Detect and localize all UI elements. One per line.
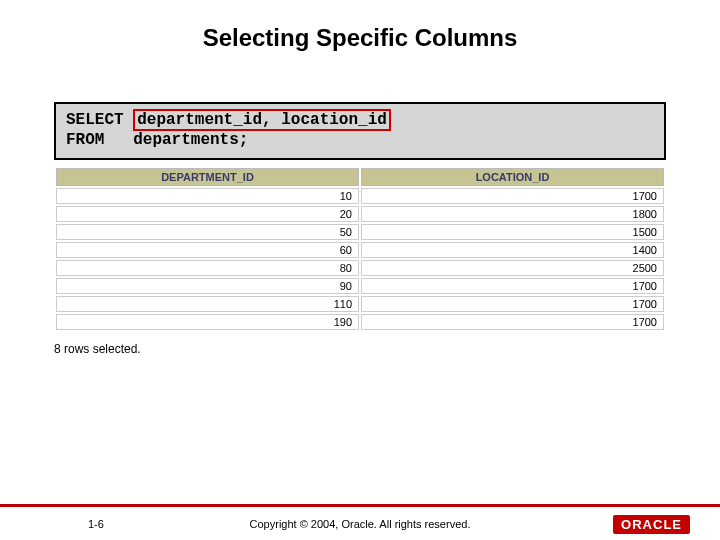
copyright-text: Copyright © 2004, Oracle. All rights res… bbox=[0, 518, 720, 530]
cell: 90 bbox=[56, 278, 359, 294]
table-row: 1101700 bbox=[56, 296, 664, 312]
cell: 1700 bbox=[361, 314, 664, 330]
cell: 1400 bbox=[361, 242, 664, 258]
cell: 10 bbox=[56, 188, 359, 204]
table-row: 1901700 bbox=[56, 314, 664, 330]
sql-from-table: departments; bbox=[133, 131, 248, 149]
cell: 80 bbox=[56, 260, 359, 276]
cell: 20 bbox=[56, 206, 359, 222]
cell: 2500 bbox=[361, 260, 664, 276]
table-row: 802500 bbox=[56, 260, 664, 276]
cell: 60 bbox=[56, 242, 359, 258]
sql-select-keyword: SELECT bbox=[66, 110, 133, 130]
cell: 1800 bbox=[361, 206, 664, 222]
sql-select-columns-highlight: department_id, location_id bbox=[133, 109, 391, 131]
table-row: 101700 bbox=[56, 188, 664, 204]
sql-from-keyword: FROM bbox=[66, 130, 133, 150]
cell: 1500 bbox=[361, 224, 664, 240]
table-row: 501500 bbox=[56, 224, 664, 240]
table-row: 601400 bbox=[56, 242, 664, 258]
cell: 1700 bbox=[361, 188, 664, 204]
cell: 1700 bbox=[361, 278, 664, 294]
slide-title: Selecting Specific Columns bbox=[0, 0, 720, 52]
oracle-logo: ORACLE bbox=[613, 515, 690, 534]
cell: 50 bbox=[56, 224, 359, 240]
slide-footer: 1-6 Copyright © 2004, Oracle. All rights… bbox=[0, 506, 720, 540]
oracle-logo-text: ORACLE bbox=[613, 515, 690, 534]
column-header-location-id: LOCATION_ID bbox=[361, 168, 664, 186]
result-table: DEPARTMENT_ID LOCATION_ID 101700 201800 … bbox=[54, 166, 666, 332]
cell: 1700 bbox=[361, 296, 664, 312]
table-row: 201800 bbox=[56, 206, 664, 222]
cell: 190 bbox=[56, 314, 359, 330]
sql-line-select: SELECTdepartment_id, location_id bbox=[66, 110, 654, 130]
rows-selected-label: 8 rows selected. bbox=[54, 342, 666, 356]
sql-line-from: FROMdepartments; bbox=[66, 130, 654, 150]
table-row: 901700 bbox=[56, 278, 664, 294]
column-header-department-id: DEPARTMENT_ID bbox=[56, 168, 359, 186]
sql-code-box: SELECTdepartment_id, location_id FROMdep… bbox=[54, 102, 666, 160]
cell: 110 bbox=[56, 296, 359, 312]
footer-accent-bar bbox=[0, 504, 720, 507]
query-result-area: DEPARTMENT_ID LOCATION_ID 101700 201800 … bbox=[54, 166, 666, 332]
